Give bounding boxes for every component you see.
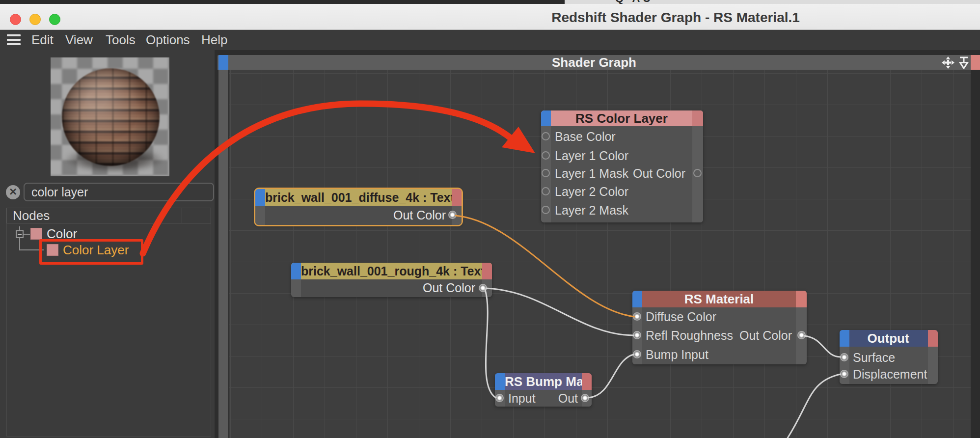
port-label: Displacement: [853, 367, 927, 382]
background-text-fragment: Q AU: [615, 0, 653, 4]
port-label: Diffuse Color: [646, 309, 716, 324]
column-divider: [182, 208, 182, 223]
port-label: Out: [558, 391, 578, 406]
node-diffuse-texture[interactable]: brick_wall_001_diffuse_4k : Texture Out …: [255, 189, 462, 225]
port-bump-input[interactable]: [633, 350, 641, 358]
port-input[interactable]: [495, 394, 504, 402]
shader-graph-window: Q AU Redshift Shader Graph - RS Material…: [0, 0, 980, 438]
graph-right-edge: [971, 70, 980, 438]
node-output[interactable]: Output Surface Displacement: [840, 330, 938, 384]
node-output-chip: [452, 189, 462, 206]
port-label: Out Color: [393, 208, 446, 222]
tree-line: [19, 226, 20, 230]
menu-edit[interactable]: Edit: [31, 30, 54, 50]
port-label: Out Color: [739, 328, 792, 343]
port-out-color[interactable]: [479, 284, 487, 292]
frame-all-icon[interactable]: [957, 56, 970, 69]
close-button[interactable]: [10, 14, 21, 25]
port-out-color[interactable]: [448, 211, 457, 219]
port-label: Surface: [853, 350, 895, 365]
annotation-highlight-box: [39, 239, 143, 265]
port-label: Layer 1 Mask: [555, 166, 628, 181]
port-out[interactable]: [581, 394, 589, 402]
node-output-chip: [692, 110, 703, 126]
node-output-chip: [796, 291, 807, 307]
node-title: brick_wall_001_diffuse_4k : Texture: [265, 189, 451, 206]
minimize-button[interactable]: [29, 14, 41, 25]
node-input-chip: [632, 291, 642, 307]
port-label: Bump Input: [646, 347, 708, 362]
tree-expander-icon[interactable]: [16, 230, 24, 238]
port-displacement[interactable]: [840, 370, 848, 378]
port-out-color[interactable]: [693, 169, 702, 177]
port-label: Refl Roughness: [646, 328, 733, 343]
node-input-chip: [291, 263, 301, 279]
pan-view-icon[interactable]: [942, 56, 954, 69]
port-label: Layer 1 Color: [555, 148, 628, 163]
node-input-chip: [495, 373, 505, 390]
tree-line: [24, 234, 30, 235]
node-input-chip: [541, 110, 551, 126]
node-output-chip: [928, 330, 938, 347]
color-category-swatch: [30, 228, 42, 240]
graph-vertical-scrollbar[interactable]: [218, 70, 228, 438]
nodes-list-header: Nodes: [6, 208, 211, 223]
node-title: RS Bump Map: [505, 373, 581, 390]
port-refl-roughness[interactable]: [633, 331, 641, 339]
port-layer1-color[interactable]: [542, 151, 550, 160]
node-search-input[interactable]: [24, 183, 214, 201]
node-port-strip: [840, 347, 849, 384]
port-label: Layer 2 Color: [555, 184, 628, 199]
port-label: Out Color: [633, 166, 685, 181]
port-base-color[interactable]: [542, 132, 550, 140]
node-input-chip: [840, 330, 849, 347]
node-rs-color-layer[interactable]: RS Color Layer Base Color Layer 1 Color …: [541, 110, 703, 222]
node-rs-bump-map[interactable]: RS Bump Map Input Out: [495, 373, 592, 407]
preview-brick-sphere: [62, 68, 160, 166]
graph-title-bar: Shader Graph: [218, 55, 971, 70]
search-clear-icon[interactable]: ×: [6, 185, 20, 199]
node-output-chip: [582, 373, 592, 390]
menu-tools[interactable]: Tools: [106, 30, 136, 50]
hamburger-menu-icon[interactable]: [7, 34, 21, 46]
node-title: RS Color Layer: [551, 110, 692, 126]
window-title: Redshift Shader Graph - RS Material.1: [551, 10, 800, 26]
node-rs-material[interactable]: RS Material Diffuse Color Refl Roughness…: [632, 291, 807, 364]
menu-view[interactable]: View: [65, 30, 93, 50]
node-title: brick_wall_001_rough_4k : Texture: [301, 263, 481, 279]
graph-output-chip: [971, 55, 980, 70]
node-title: Output: [849, 330, 927, 347]
port-surface[interactable]: [840, 353, 848, 361]
desktop-sliver: Q AU: [0, 0, 980, 4]
node-port-strip: [291, 279, 301, 297]
background-window-edge: [0, 0, 565, 4]
tree-line: [19, 238, 20, 250]
nodes-list-title: Nodes: [13, 208, 50, 223]
port-layer2-mask[interactable]: [542, 206, 550, 214]
graph-panel-title: Shader Graph: [218, 55, 971, 70]
port-label: Base Color: [555, 129, 616, 144]
menu-bar: Edit View Tools Options Help: [0, 30, 980, 50]
material-preview: [51, 57, 169, 176]
node-rough-texture[interactable]: brick_wall_001_rough_4k : Texture Out Co…: [291, 263, 492, 297]
zoom-button[interactable]: [49, 14, 60, 25]
node-port-strip: [928, 347, 938, 384]
node-port-strip: [255, 206, 265, 225]
menu-options[interactable]: Options: [146, 30, 190, 50]
menu-help[interactable]: Help: [201, 30, 227, 50]
title-bar: Redshift Shader Graph - RS Material.1: [0, 4, 980, 30]
port-layer1-mask[interactable]: [542, 169, 550, 177]
port-layer2-color[interactable]: [542, 187, 550, 195]
port-diffuse-color[interactable]: [633, 312, 641, 321]
port-label: Layer 2 Mask: [555, 203, 628, 218]
node-title: RS Material: [642, 291, 796, 307]
port-label: Input: [508, 391, 536, 406]
port-label: Out Color: [423, 280, 475, 295]
node-output-chip: [482, 263, 492, 279]
node-input-chip: [255, 189, 265, 206]
port-out-color[interactable]: [797, 331, 806, 339]
